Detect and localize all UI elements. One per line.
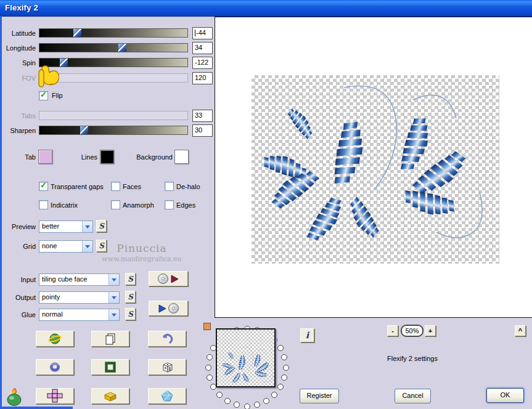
dehalo-label: De-halo [176,183,200,190]
tab-swatch-label: Tab [0,153,36,161]
chevron-down-icon[interactable] [82,241,92,252]
undo-arrow-icon [160,333,174,345]
info-button[interactable]: i [300,328,314,342]
fov-slider [39,73,188,83]
lines-swatch-label: Lines [62,153,97,161]
gem-button[interactable] [148,388,186,404]
checkbox-dehalo[interactable] [165,182,174,191]
play-disk-button[interactable] [149,301,188,316]
chevron-down-icon[interactable] [108,274,119,285]
longitude-slider[interactable] [39,43,188,52]
latitude-slider[interactable] [39,28,188,38]
grid-select[interactable]: none [39,240,93,253]
sharpen-slider[interactable] [39,126,188,135]
checkbox-edges[interactable] [165,200,174,209]
spin-value-field[interactable]: -122 [192,57,213,69]
indicatrix-label: Indicatrix [51,201,78,209]
ring-dot [207,354,213,360]
torus-icon [48,361,62,373]
input-select-value: tiling cube face [42,275,87,283]
output-combo-label: Output [0,294,36,301]
ring-dot [281,375,287,381]
latitude-value-field[interactable]: -44 [192,27,213,39]
longitude-value-field[interactable]: 34 [192,42,213,54]
cancel-button[interactable]: Cancel [395,389,431,403]
longitude-label: Longitude [0,44,36,52]
faces-label: Faces [123,183,141,190]
input-select[interactable]: tiling cube face [39,273,120,286]
latitude-slider-thumb[interactable] [73,29,81,37]
preview-select[interactable]: better [39,221,93,233]
checkbox-transparent-gaps[interactable]: ✓ [39,182,48,191]
checkbox-indicatrix[interactable] [39,200,48,209]
lines-color-swatch[interactable] [100,150,114,164]
grid-combo-label: Grid [0,243,36,250]
flexify-dialog: Flexify 2 [0,0,532,409]
settings-caption: Flexify 2 settings [387,355,438,362]
glue-combo-label: Glue [0,311,36,318]
output-shuffle-button[interactable]: S [125,291,136,303]
scroll-up-button[interactable]: ^ [515,325,526,336]
fov-value-field[interactable]: 120 [192,72,213,84]
sharpen-value-field[interactable]: 30 [192,124,213,137]
latitude-value: -44 [196,29,206,36]
preview-combo-label: Preview [0,223,36,230]
input-shuffle-button[interactable]: S [125,273,136,285]
tab-color-swatch[interactable] [38,150,52,164]
copy-button[interactable] [91,331,129,347]
preview-select-value: better [42,222,59,230]
checkbox-anamorph[interactable] [111,200,120,209]
title-bar[interactable]: Flexify 2 [0,0,532,17]
zoom-level: 50% [401,325,424,337]
lego-button[interactable] [91,388,129,404]
brick-icon [103,390,118,402]
chevron-down-icon[interactable] [108,309,119,320]
thumbnail-artwork [217,330,274,386]
chevron-down-icon[interactable] [108,292,119,303]
torus-button[interactable] [36,359,74,375]
register-button[interactable]: Register [300,389,339,403]
edges-label: Edges [176,201,195,209]
sharpen-slider-thumb[interactable] [80,126,88,134]
longitude-slider-thumb[interactable] [118,44,126,52]
watermark-name: Pinuccia [92,242,191,254]
zoom-out-button[interactable]: - [387,325,398,336]
ring-dot [224,398,231,404]
tab-mini-swatch[interactable] [203,323,211,330]
output-select[interactable]: pointy [39,291,120,304]
chevron-down-icon[interactable] [82,221,92,232]
watermark-url: www.maidiregrafica.eu [86,255,197,263]
play-icon [170,275,179,283]
preview-panel[interactable] [215,17,532,318]
checkbox-faces[interactable] [111,182,120,191]
ring-dot [281,354,287,360]
frame-button[interactable] [91,359,129,375]
glue-shuffle-button[interactable]: S [125,308,136,320]
text-caret [195,30,195,36]
ring-dot [205,365,211,371]
spin-slider[interactable] [39,58,188,67]
glue-select[interactable]: normal [39,309,120,321]
ok-button[interactable]: OK [486,388,524,403]
zoom-in-button[interactable]: + [425,325,436,336]
spin-slider-thumb[interactable] [60,59,68,67]
tabs-value-field[interactable]: 33 [192,110,213,122]
window-title: Flexify 2 [5,3,38,12]
latitude-label: Latitude [0,30,36,37]
ring-dot [271,392,277,398]
ring-dot [263,398,269,404]
preview-shuffle-button[interactable]: S [96,220,107,232]
undo-button[interactable] [148,331,186,347]
background-color-swatch[interactable] [174,150,189,164]
input-combo-label: Input [0,276,36,283]
preview-artwork [252,75,499,264]
result-thumbnail[interactable] [216,328,276,387]
globe-button[interactable] [36,331,74,347]
cd-icon [158,273,168,284]
checkbox-flip[interactable]: ✓ [39,91,48,100]
unfold-button[interactable] [36,388,74,404]
transparency-checkerboard [252,75,499,264]
disk-play-button[interactable] [149,271,188,286]
pointing-hand-cursor [36,59,59,91]
random-button[interactable] [148,359,186,375]
